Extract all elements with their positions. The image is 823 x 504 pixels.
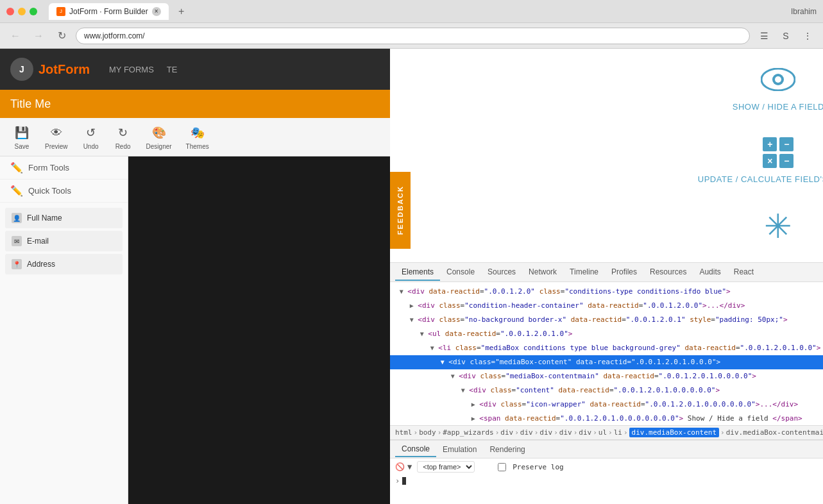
calculate-card[interactable]: + − × − UPDATE / CALCULATE FIELD'S VALUE	[698, 137, 823, 184]
console-tab-rendering[interactable]: Rendering	[483, 442, 531, 457]
field-email[interactable]: ✉ E-mail	[5, 231, 123, 251]
main-content: J JotForm MY FORMS TE Title Me 💾 Save 👁 …	[0, 49, 823, 504]
nav-te[interactable]: TE	[167, 62, 178, 77]
close-traffic-light[interactable]	[6, 8, 14, 15]
tab-sources[interactable]: Sources	[481, 264, 522, 281]
calc-icon: + − × −	[763, 137, 793, 168]
preserve-log-checkbox[interactable]	[498, 463, 506, 471]
jotform-logo-text: JotForm	[38, 62, 90, 77]
extensions-icon[interactable]: S	[777, 27, 795, 45]
expand-arrow: ▶	[471, 415, 475, 422]
console-content: 🚫 ▼ <top frame> Preserve log ›	[390, 458, 823, 504]
console-area: Console Emulation Rendering 🚫 ▼ <top fra…	[390, 440, 823, 504]
jotform-logo-icon: J	[10, 58, 33, 81]
minimize-traffic-light[interactable]	[18, 8, 26, 15]
dom-line-3[interactable]: ▼ <div class="no-background border-x" da…	[390, 313, 823, 327]
breadcrumb-li[interactable]: li	[614, 428, 622, 437]
preview-button[interactable]: 👁 Preview	[40, 121, 73, 153]
calc-minus-1: −	[779, 137, 793, 151]
undo-icon: ↺	[82, 124, 100, 142]
form-tools-section[interactable]: ✏️ Form Tools	[0, 156, 128, 180]
breadcrumb-mediabox-content[interactable]: div.mediaBox-content	[629, 428, 719, 437]
tab-audits[interactable]: Audits	[693, 264, 727, 281]
browser-toolbar: ← → ↻ www.jotform.com/ ☰ S ⋮	[0, 23, 823, 49]
console-tabs: Console Emulation Rendering	[390, 441, 823, 458]
forward-button[interactable]: →	[30, 27, 47, 45]
tab-resources[interactable]: Resources	[643, 264, 693, 281]
save-button[interactable]: 💾 Save	[8, 121, 36, 153]
form-title-bar: Title Me	[0, 90, 390, 118]
asterisk-icon: ✳	[764, 210, 792, 243]
calc-label: UPDATE / CALCULATE FIELD'S VALUE	[698, 174, 823, 184]
tab-close-button[interactable]: ×	[152, 7, 161, 16]
console-tab-emulation[interactable]: Emulation	[436, 442, 483, 457]
devtools-main: ▼ <div data-reactid=".0.0.1.2.0" class="…	[390, 282, 823, 440]
breadcrumb-mediabox-contentmain[interactable]: div.mediaBox-contentmain	[726, 428, 823, 437]
maximize-traffic-light[interactable]	[30, 8, 37, 15]
email-icon: ✉	[12, 236, 22, 246]
form-fields: 👤 Full Name ✉ E-mail 📍 Address	[0, 203, 128, 282]
console-clear-icon[interactable]: 🚫	[395, 462, 405, 471]
breadcrumb-div3[interactable]: div	[539, 428, 552, 437]
quick-tools-section[interactable]: ✏️ Quick Tools	[0, 180, 128, 203]
full-name-icon: 👤	[12, 213, 22, 223]
designer-icon: 🎨	[150, 124, 168, 142]
reload-button[interactable]: ↻	[53, 27, 71, 45]
tab-timeline[interactable]: Timeline	[563, 264, 605, 281]
console-prompt[interactable]: ›	[395, 475, 823, 487]
menu-icon[interactable]: ⋮	[799, 27, 817, 45]
editor-toolbar: 💾 Save 👁 Preview ↺ Undo ↻ Redo 🎨 Designe…	[0, 118, 390, 156]
undo-button[interactable]: ↺ Undo	[77, 121, 105, 153]
browser-tab[interactable]: J JotForm · Form Builder ×	[49, 3, 169, 20]
form-tools-label: Form Tools	[28, 163, 69, 172]
tab-console[interactable]: Console	[440, 264, 481, 281]
tab-title: JotForm · Form Builder	[69, 7, 148, 16]
dom-line-4[interactable]: ▼ <ul data-reactid=".0.0.1.2.0.1.0">	[390, 327, 823, 341]
dom-tree[interactable]: ▼ <div data-reactid=".0.0.1.2.0" class="…	[390, 282, 823, 425]
tab-network[interactable]: Network	[522, 264, 563, 281]
calc-plus: +	[763, 137, 777, 151]
new-tab-button[interactable]: +	[174, 4, 189, 19]
console-filter-icon[interactable]: ▼	[407, 462, 412, 471]
field-address[interactable]: 📍 Address	[5, 254, 123, 274]
breadcrumb-div1[interactable]: div	[500, 428, 513, 437]
console-prompt-arrow: ›	[395, 476, 400, 485]
tab-profiles[interactable]: Profiles	[605, 264, 643, 281]
dom-line-2[interactable]: ▶ <div class="condition-header-container…	[390, 299, 823, 313]
tab-react[interactable]: React	[727, 264, 760, 281]
console-frame-select[interactable]: <top frame>	[417, 461, 475, 473]
dom-line-6[interactable]: ▼ <div class="mediaBox-content" data-rea…	[390, 355, 823, 369]
themes-button[interactable]: 🎭 Themes	[181, 121, 214, 153]
expand-arrow: ▼	[420, 330, 424, 337]
back-button[interactable]: ←	[6, 27, 24, 45]
form-title[interactable]: Title Me	[10, 97, 51, 111]
feedback-tab[interactable]: FEEDBACK	[390, 172, 411, 249]
dom-line-8[interactable]: ▼ <div class="content" data-reactid=".0.…	[390, 383, 823, 398]
breadcrumb-div2[interactable]: div	[520, 428, 533, 437]
dom-line-9[interactable]: ▶ <div class="icon-wrapper" data-reactid…	[390, 398, 823, 412]
field-full-name[interactable]: 👤 Full Name	[5, 208, 123, 228]
themes-icon: 🎭	[189, 124, 207, 142]
dom-line-5[interactable]: ▼ <li class="mediaBox conditions type bl…	[390, 341, 823, 355]
breadcrumb-html[interactable]: html	[395, 428, 412, 437]
breadcrumb-div5[interactable]: div	[579, 428, 591, 437]
tab-elements[interactable]: Elements	[395, 264, 440, 281]
asterisk-card[interactable]: ✳	[764, 210, 792, 243]
preview-icon: 👁	[47, 124, 65, 142]
redo-icon: ↻	[114, 124, 132, 142]
dom-line-1[interactable]: ▼ <div data-reactid=".0.0.1.2.0" class="…	[390, 285, 823, 299]
devtools-tabs: Elements Console Sources Network Timelin…	[390, 263, 823, 282]
show-hide-card[interactable]: SHOW / HIDE A FIELD	[733, 68, 823, 112]
breadcrumb-div4[interactable]: div	[559, 428, 572, 437]
designer-button[interactable]: 🎨 Designer	[141, 121, 177, 153]
console-tab-console[interactable]: Console	[395, 442, 436, 457]
address-bar[interactable]: www.jotform.com/	[76, 28, 750, 44]
redo-button[interactable]: ↻ Redo	[109, 121, 137, 153]
nav-my-forms[interactable]: MY FORMS	[109, 62, 154, 77]
breadcrumb-app-wizards[interactable]: #app_wizards	[443, 428, 493, 437]
dom-line-10[interactable]: ▶ <span data-reactid=".0.0.1.2.0.1.0.0.0…	[390, 412, 823, 425]
breadcrumb-body[interactable]: body	[419, 428, 436, 437]
bookmarks-icon[interactable]: ☰	[755, 27, 773, 45]
dom-line-7[interactable]: ▼ <div class="mediaBox-contentmain" data…	[390, 369, 823, 383]
breadcrumb-ul[interactable]: ul	[598, 428, 607, 437]
